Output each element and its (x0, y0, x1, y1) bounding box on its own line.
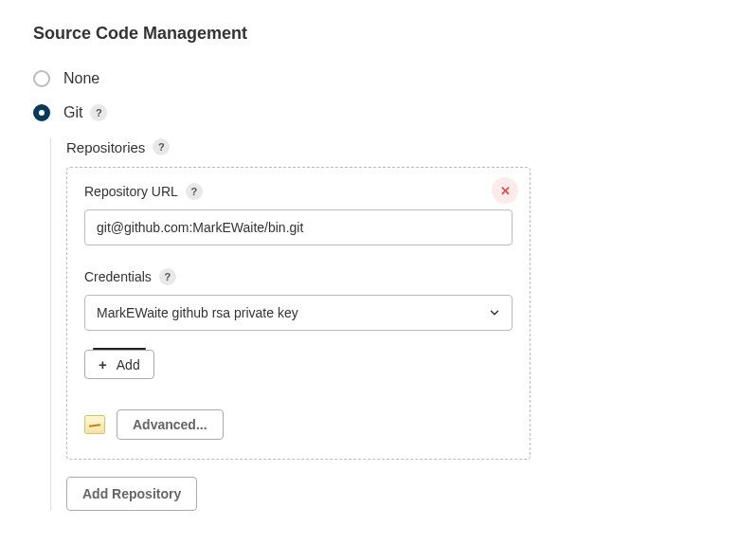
repository-panel: ✕ Repository URL ? Credentials ? MarkEWa… (66, 167, 531, 460)
add-repository-button[interactable]: Add Repository (66, 477, 197, 511)
radio-checked-icon (33, 104, 50, 121)
credentials-label-row: Credentials ? (84, 268, 513, 285)
repo-url-label: Repository URL (84, 184, 178, 199)
repositories-header: Repositories ? (66, 138, 723, 155)
git-config-area: Repositories ? ✕ Repository URL ? Creden… (50, 138, 723, 511)
section-title: Source Code Management (33, 24, 723, 44)
radio-unchecked-icon (33, 70, 50, 87)
plus-icon: + (99, 356, 107, 372)
credentials-label: Credentials (84, 269, 152, 284)
help-icon[interactable]: ? (186, 183, 203, 200)
radio-label-git: Git (63, 104, 82, 121)
help-icon[interactable]: ? (153, 138, 170, 155)
scm-option-none[interactable]: None (33, 70, 723, 87)
scm-option-git[interactable]: Git ? (33, 104, 723, 121)
advanced-row: Advanced... (84, 409, 513, 440)
repo-url-label-row: Repository URL ? (84, 183, 513, 200)
radio-label-none: None (63, 70, 99, 87)
gear-icon (84, 415, 105, 434)
credentials-select[interactable]: MarkEWaite github rsa private key (84, 295, 513, 331)
add-button-label: Add (117, 357, 140, 372)
repo-url-input[interactable] (84, 209, 513, 245)
credentials-selected-value: MarkEWaite github rsa private key (97, 305, 298, 320)
help-icon[interactable]: ? (90, 104, 107, 121)
help-icon[interactable]: ? (159, 268, 176, 285)
close-icon[interactable]: ✕ (492, 177, 518, 204)
repositories-label: Repositories (66, 139, 145, 155)
advanced-button[interactable]: Advanced... (117, 409, 224, 440)
add-credentials-button[interactable]: + Add (84, 350, 154, 379)
